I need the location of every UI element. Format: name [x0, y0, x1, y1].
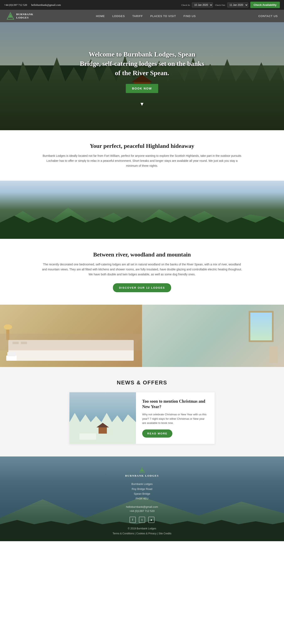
- news-section: NEWS & OFFERS Too soon to mention Christ…: [0, 367, 284, 456]
- footer-phone: +44 (0)1397 712 520: [4, 510, 280, 512]
- facebook-icon[interactable]: f: [130, 517, 136, 523]
- footer: BURNBANK LODGES Burnbank Lodges Roy Brid…: [0, 456, 284, 541]
- top-bar-left: +44 (0)1397 712 520 helloburnbank@gmail.…: [4, 3, 61, 7]
- footer-copyright: © 2019 Burnbank Lodges: [4, 527, 280, 530]
- window-view: [250, 312, 272, 340]
- logo[interactable]: BURNBANK LODGES: [6, 10, 33, 22]
- checkout-container: Check Out: 11 Jan 2020: [215, 2, 248, 8]
- section1-text: Burnbank Lodges is ideally located not f…: [42, 154, 242, 168]
- towel-roll: [6, 356, 17, 361]
- instagram-icon[interactable]: ●: [148, 517, 154, 523]
- news-title: NEWS & OFFERS: [13, 380, 271, 386]
- footer-logo-icon: [139, 467, 145, 473]
- footer-social: f t ●: [4, 517, 280, 523]
- scroll-arrow: ▼: [140, 101, 144, 107]
- footer-logo-text: BURNBANK LODGES: [125, 474, 159, 478]
- hero-content: Welcome to Burnbank Lodges, Spean Bridge…: [76, 46, 208, 97]
- section2-title: Between river, woodland and mountain: [42, 251, 242, 258]
- terms-link[interactable]: Terms & Conditions: [113, 532, 134, 535]
- snow-bench: [79, 434, 96, 440]
- logo-text: BURNBANK LODGES: [16, 13, 33, 19]
- news-card: Too soon to mention Christmas and New Ye…: [69, 392, 215, 444]
- nav-tariff[interactable]: TARIFF: [129, 10, 147, 22]
- navigation: BURNBANK LODGES HOME LODGES TARIFF PLACE…: [0, 10, 284, 22]
- hero-title: Welcome to Burnbank Lodges, Spean Bridge…: [80, 50, 204, 78]
- address-line3: Spean Bridge: [4, 491, 280, 496]
- email-address: helloburnbank@gmail.com: [31, 3, 61, 7]
- landscape-banner: [0, 181, 284, 239]
- news-card-image: [70, 392, 136, 444]
- site-credits-link[interactable]: Site Credits: [158, 532, 171, 535]
- footer-links: Terms & Conditions | Cookies & Privacy |…: [4, 532, 280, 535]
- lamp-shade-left: [4, 324, 12, 330]
- nav-find-us[interactable]: FIND US: [180, 10, 200, 22]
- bed-cover: [0, 334, 142, 350]
- trees-layer: [0, 216, 284, 239]
- river-woodland-section: Between river, woodland and mountain The…: [0, 239, 284, 304]
- discover-lodges-button[interactable]: DISCOVER OUR 12 LODGES: [113, 283, 171, 292]
- news-card-title: Too soon to mention Christmas and New Ye…: [142, 398, 208, 409]
- bedroom-banner: [0, 305, 284, 367]
- news-card-text: Why not celebrate Christmas or New Year …: [142, 412, 208, 425]
- phone-number: +44 (0)1397 712 520: [4, 3, 27, 7]
- footer-address: Burnbank Lodges Roy Bridge Road Spean Br…: [4, 482, 280, 501]
- section1-title: Your perfect, peaceful Highland hideaway: [42, 143, 242, 149]
- read-more-button[interactable]: READ MORE: [142, 430, 172, 438]
- towel-roll-2: [7, 352, 16, 356]
- address-line2: Roy Bridge Road: [4, 486, 280, 491]
- nav-contact[interactable]: CONTACT US: [258, 10, 278, 22]
- address-line1: Burnbank Lodges: [4, 482, 280, 486]
- cookies-link[interactable]: Cookies & Privacy: [136, 532, 156, 535]
- checkin-label: Check In:: [181, 4, 190, 6]
- bedroom-right-image: [142, 305, 284, 367]
- check-availability-button[interactable]: Check Availability: [250, 2, 280, 8]
- hero-section: Welcome to Burnbank Lodges, Spean Bridge…: [0, 22, 284, 130]
- section2-text: The recently decorated one bedroomed, se…: [42, 262, 242, 277]
- logo-icon: [6, 12, 15, 20]
- window-frame: [249, 311, 273, 342]
- footer-email: helloburnbank@gmail.com: [4, 505, 280, 508]
- footer-content: BURNBANK LODGES Burnbank Lodges Roy Brid…: [0, 456, 284, 541]
- footer-logo: BURNBANK LODGES: [4, 467, 280, 478]
- top-bar: +44 (0)1397 712 520 helloburnbank@gmail.…: [0, 0, 284, 10]
- nav-places[interactable]: PLACES TO VISIT: [147, 10, 180, 22]
- news-card-content: Too soon to mention Christmas and New Ye…: [136, 392, 214, 444]
- checkout-label: Check Out:: [215, 4, 225, 6]
- book-now-button[interactable]: BOOK NOW: [126, 84, 158, 93]
- curtain: [269, 346, 278, 363]
- highland-hideaway-section: Your perfect, peaceful Highland hideaway…: [0, 130, 284, 181]
- checkout-select[interactable]: 11 Jan 2020: [227, 2, 248, 8]
- bedroom-left-image: [0, 305, 142, 367]
- checkin-container: Check In: 10 Jan 2020: [181, 2, 213, 8]
- top-bar-right: Check In: 10 Jan 2020 Check Out: 11 Jan …: [181, 2, 280, 8]
- nav-lodges[interactable]: LODGES: [109, 10, 128, 22]
- checkin-select[interactable]: 10 Jan 2020: [192, 2, 213, 8]
- nav-links: HOME LODGES TARIFF PLACES TO VISIT FIND …: [92, 10, 199, 22]
- nav-home[interactable]: HOME: [92, 10, 109, 22]
- twitter-icon[interactable]: t: [139, 517, 145, 523]
- address-line4: PH34 4EU: [4, 496, 280, 501]
